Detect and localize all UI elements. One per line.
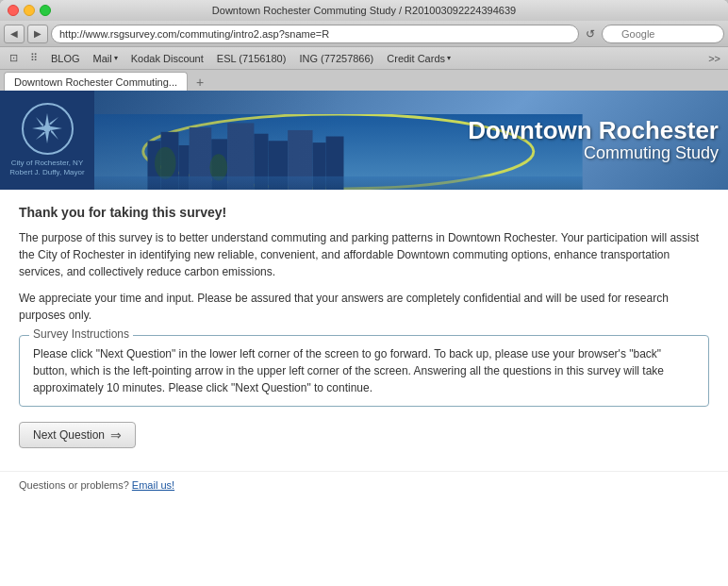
- instructions-box: Survey Instructions Please click "Next Q…: [19, 335, 709, 407]
- intro-paragraph-2: We appreciate your time and input. Pleas…: [19, 290, 709, 324]
- next-button-arrow-icon: ⇒: [110, 427, 122, 443]
- bookmark-blog-label: BLOG: [51, 53, 80, 64]
- browser-window: Downtown Rochester Commuting Study / R20…: [0, 0, 728, 586]
- svg-marker-0: [45, 113, 49, 126]
- active-tab[interactable]: Downtown Rochester Commuting...: [4, 72, 188, 91]
- instructions-legend: Survey Instructions: [29, 327, 133, 341]
- bookmark-mail[interactable]: Mail ▾: [88, 51, 124, 66]
- address-bar[interactable]: [51, 25, 579, 43]
- header-title-area: Downtown Rochester Commuting Study: [468, 117, 719, 164]
- minimize-button[interactable]: [24, 5, 35, 16]
- next-button-label: Next Question: [33, 428, 105, 442]
- header-logo: City of Rochester, NY Robert J. Duffy, M…: [0, 91, 94, 190]
- svg-marker-4: [36, 117, 43, 126]
- bookmarks-bar: ⊡ ⠿ BLOG Mail ▾ Kodak Discount ESL (7156…: [0, 47, 728, 70]
- bookmark-ing[interactable]: ING (77257866): [293, 51, 379, 66]
- bookmark-credit-cards-label: Credit Cards: [387, 53, 445, 64]
- toolbar: ◀ ▶ ↺ 🔍: [0, 21, 728, 47]
- svg-marker-7: [36, 132, 45, 140]
- page-body: Thank you for taking this survey! The pu…: [0, 190, 728, 471]
- svg-marker-1: [45, 130, 49, 143]
- address-bar-container: ↺: [51, 25, 599, 43]
- city-logo-circle: [22, 103, 74, 155]
- svg-marker-3: [49, 126, 62, 130]
- instructions-text: Please click "Next Question" in the lowe…: [33, 345, 695, 396]
- title-bar: Downtown Rochester Commuting Study / R20…: [0, 0, 728, 21]
- footer-text: Questions or problems?: [19, 479, 129, 491]
- bookmark-esl-label: ESL (7156180): [217, 53, 287, 64]
- svg-marker-5: [51, 130, 58, 140]
- bookmark-kodak-label: Kodak Discount: [131, 53, 204, 64]
- bookmark-mail-label: Mail: [93, 53, 112, 64]
- bookmark-credit-cards-chevron: ▾: [447, 54, 451, 62]
- svg-marker-6: [49, 117, 58, 125]
- search-container: 🔍: [602, 25, 724, 43]
- email-us-link[interactable]: Email us!: [132, 479, 174, 491]
- page-header: City of Rochester, NY Robert J. Duffy, M…: [0, 91, 728, 190]
- forward-button[interactable]: ▶: [27, 25, 48, 43]
- window-title: Downtown Rochester Commuting Study / R20…: [212, 5, 516, 16]
- thank-you-heading: Thank you for taking this survey!: [19, 205, 709, 220]
- svg-marker-2: [32, 126, 45, 130]
- bookmark-credit-cards[interactable]: Credit Cards ▾: [381, 51, 456, 66]
- bookmark-blog[interactable]: BLOG: [45, 51, 86, 66]
- browser-content: City of Rochester, NY Robert J. Duffy, M…: [0, 91, 728, 586]
- maximize-button[interactable]: [40, 5, 51, 16]
- reader-button[interactable]: ⊡: [4, 50, 23, 67]
- new-tab-button[interactable]: +: [191, 74, 208, 91]
- header-title-sub: Commuting Study: [468, 143, 719, 163]
- grid-button[interactable]: ⠿: [25, 50, 43, 67]
- bookmark-mail-chevron: ▾: [114, 54, 118, 62]
- city-name-text: City of Rochester, NY Robert J. Duffy, M…: [9, 159, 84, 178]
- header-title-main: Downtown Rochester: [468, 117, 719, 144]
- next-question-button[interactable]: Next Question ⇒: [19, 422, 136, 448]
- bookmark-esl[interactable]: ESL (7156180): [211, 51, 292, 66]
- tab-label: Downtown Rochester Commuting...: [14, 76, 177, 88]
- back-button[interactable]: ◀: [4, 25, 25, 43]
- header-image: Downtown Rochester Commuting Study: [94, 91, 728, 190]
- bookmark-kodak[interactable]: Kodak Discount: [125, 51, 209, 66]
- intro-paragraph-1: The purpose of this survey is to better …: [19, 229, 709, 280]
- tab-bar: Downtown Rochester Commuting... +: [0, 70, 728, 91]
- traffic-lights: [8, 5, 51, 16]
- search-input[interactable]: [602, 25, 724, 43]
- reload-button[interactable]: ↺: [582, 25, 599, 42]
- bookmarks-more-button[interactable]: >>: [704, 51, 724, 66]
- city-logo-svg: [28, 109, 66, 147]
- svg-point-8: [43, 125, 51, 132]
- next-button-container: Next Question ⇒: [19, 422, 709, 448]
- page-footer: Questions or problems? Email us!: [0, 471, 728, 498]
- bookmark-ing-label: ING (77257866): [299, 53, 373, 64]
- close-button[interactable]: [8, 5, 19, 16]
- content-area: City of Rochester, NY Robert J. Duffy, M…: [0, 91, 728, 586]
